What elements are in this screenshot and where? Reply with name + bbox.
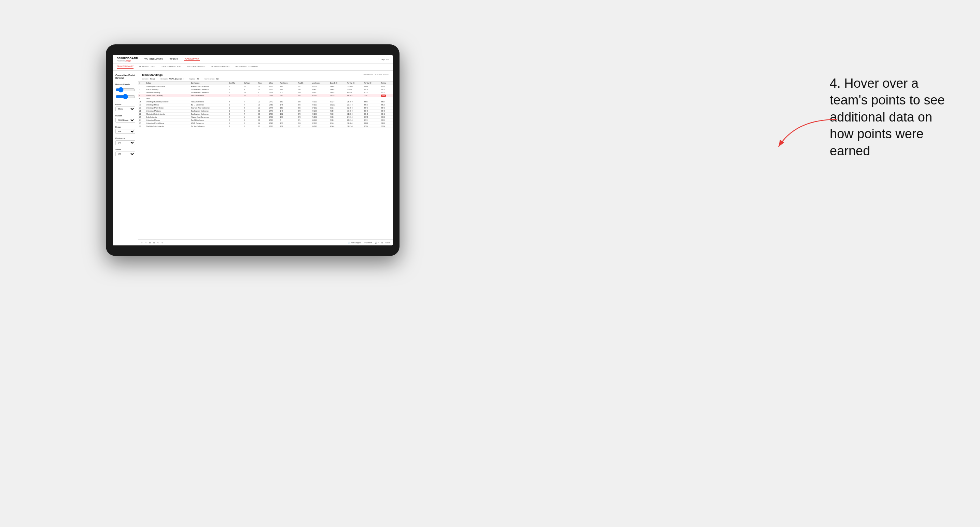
toolbar-watch[interactable]: 👁 Watch ▾ bbox=[364, 242, 372, 244]
filter-conference-value: All bbox=[216, 78, 218, 80]
sidebar-school-label: School bbox=[115, 148, 135, 151]
cell-vs-top-50: 88.07 bbox=[363, 100, 380, 103]
cell-wins: 277.6 bbox=[268, 106, 279, 110]
cell-points[interactable]: 83.89 bbox=[380, 122, 393, 125]
toolbar-undo[interactable]: ↩ bbox=[141, 242, 142, 244]
cell-rnds: 4 bbox=[258, 91, 268, 94]
sub-nav-team-h2h-grid[interactable]: TEAM H2H GRID bbox=[139, 65, 155, 68]
cell-no-tour: 6 bbox=[243, 119, 257, 122]
cell-rank: 23 bbox=[138, 116, 145, 119]
table-row[interactable]: 21 University of Alabama Southeastern Co… bbox=[138, 110, 393, 113]
division-select[interactable]: NCAA Division I bbox=[115, 118, 135, 122]
cell-vs-top-25: 24-31-0 bbox=[346, 116, 363, 119]
filter-region-label: Region: bbox=[189, 78, 195, 80]
nav-teams[interactable]: TEAMS bbox=[169, 58, 178, 61]
cell-overall-25: 7-15-0 bbox=[329, 110, 346, 113]
cell-points[interactable]: 79.5 bbox=[380, 94, 393, 97]
cell-avg-sg: 260 bbox=[297, 88, 311, 91]
cell-points[interactable]: 88.70 bbox=[380, 103, 393, 106]
cell-points[interactable]: 97.02 bbox=[380, 85, 393, 88]
sub-nav-player-h2h-grid[interactable]: PLAYER H2H GRID bbox=[211, 65, 229, 68]
cell-rank: 1 bbox=[138, 85, 145, 88]
toolbar-timer[interactable]: ⏱ bbox=[162, 242, 163, 244]
sub-nav-player-h2h-heatmap[interactable]: PLAYER H2H HEATMAP bbox=[235, 65, 258, 68]
sign-out-link[interactable]: Sign out bbox=[378, 59, 388, 60]
nav-tournaments[interactable]: TOURNAMENTS bbox=[144, 58, 164, 61]
sidebar-title-section: Committee Portal Review bbox=[115, 74, 135, 80]
filter-division-label: Division: bbox=[161, 78, 168, 80]
table-row[interactable]: 19 University of Texas Big 12 Conference… bbox=[138, 103, 393, 106]
cell-conf-no: 2 bbox=[228, 110, 243, 113]
cell-avg-sg bbox=[297, 97, 311, 100]
cell-points[interactable]: 90.32 bbox=[380, 91, 393, 94]
cell-vs-top-25: 50-10-0 bbox=[346, 85, 363, 88]
min-rounds-slider2[interactable] bbox=[115, 94, 135, 99]
logo-area: SCOREBOARD Powered by clippi bbox=[117, 57, 138, 62]
col-conf-no: Conf No bbox=[228, 82, 243, 85]
cell-conf-no: 3 bbox=[228, 103, 243, 106]
cell-points[interactable]: 88.71 bbox=[380, 116, 393, 119]
cell-overall-25: 6-12-0 bbox=[329, 100, 346, 103]
toolbar-table[interactable]: ⊠ bbox=[149, 242, 151, 244]
table-row[interactable]: 24 University of Oregon Pac-12 Conferenc… bbox=[138, 119, 393, 122]
cell-points[interactable]: 88.48 bbox=[380, 110, 393, 113]
cell-wins: 278.0 bbox=[268, 119, 279, 122]
cell-rnds: 20 bbox=[258, 103, 268, 106]
sidebar-gender-section: Gender Men's bbox=[115, 103, 135, 111]
cell-wins: 279.3 bbox=[268, 122, 279, 125]
table-row[interactable]: 26 The Ohio State University Big Ten Con… bbox=[138, 125, 393, 128]
table-row[interactable]: 25 University of North Florida ASUN Conf… bbox=[138, 122, 393, 125]
table-row[interactable]: 4 Arizona State University Pac-12 Confer… bbox=[138, 94, 393, 97]
cell-points[interactable]: 93.31 bbox=[380, 88, 393, 91]
cell-points[interactable]: 83.41 bbox=[380, 113, 393, 116]
cell-points[interactable]: 88.14 bbox=[380, 119, 393, 122]
table-row[interactable]: 2 Auburn University Southeastern Confere… bbox=[138, 88, 393, 91]
cell-vs-top-50: 88.71 bbox=[363, 116, 380, 119]
cell-wins: 272.3 bbox=[268, 88, 279, 91]
cell-low-score bbox=[311, 97, 329, 100]
toolbar-layout[interactable]: ⊞ bbox=[382, 242, 383, 244]
region-select[interactable]: N/A bbox=[115, 129, 135, 134]
cell-low-score: 55-23-1 bbox=[311, 125, 329, 128]
cell-school: Arizona State University bbox=[145, 94, 190, 97]
logo-powered: Powered by clippi bbox=[117, 60, 138, 62]
school-select[interactable]: (All) bbox=[115, 152, 135, 156]
sub-nav-team-h2h-heatmap[interactable]: TEAM H2H HEATMAP bbox=[161, 65, 181, 68]
cell-rnds: 18 bbox=[258, 119, 268, 122]
cell-conf-no: 2 bbox=[228, 91, 243, 94]
toolbar-view[interactable]: 📄 View: Original bbox=[348, 242, 361, 244]
sidebar-division-section: Division NCAA Division I bbox=[115, 115, 135, 122]
toolbar-edit[interactable]: ✎ bbox=[158, 242, 159, 244]
cell-points[interactable]: 88.49 bbox=[380, 106, 393, 110]
cell-rnds: 21 bbox=[258, 116, 268, 119]
table-row[interactable]: 22 Mississippi State University Southeas… bbox=[138, 113, 393, 116]
table-row[interactable]: 18 University of California, Berkeley Pa… bbox=[138, 100, 393, 103]
toolbar-redo[interactable]: ↪ bbox=[145, 242, 146, 244]
table-row[interactable]: 1 University of North Carolina Atlantic … bbox=[138, 85, 393, 88]
cell-rank: 21 bbox=[138, 110, 145, 113]
cell-avg-sg: 266 bbox=[297, 103, 311, 106]
table-row[interactable]: 3 Vanderbilt University Southeastern Con… bbox=[138, 91, 393, 94]
toolbar-grid[interactable]: ⊞ bbox=[153, 242, 155, 244]
cell-vs-top-25: 19-21-0 bbox=[346, 125, 363, 128]
min-rounds-slider[interactable] bbox=[115, 87, 135, 92]
gender-select[interactable]: Men's bbox=[115, 106, 135, 111]
cell-conf-no: 1 bbox=[228, 94, 243, 97]
sub-navbar: TEAM SUMMARY TEAM H2H GRID TEAM H2H HEAT… bbox=[113, 64, 393, 71]
table-row[interactable]: 5 Texas T... bbox=[138, 97, 393, 100]
toolbar-comment[interactable]: 💬 ▾ bbox=[375, 242, 378, 244]
cell-points[interactable]: 80.94 bbox=[380, 125, 393, 128]
cell-avg-sg: 267 bbox=[297, 125, 311, 128]
toolbar-share[interactable]: Share bbox=[385, 242, 390, 244]
cell-rank: 22 bbox=[138, 113, 145, 116]
sub-nav-team-summary[interactable]: TEAM SUMMARY bbox=[117, 65, 134, 68]
cell-points[interactable]: 88.07 bbox=[380, 100, 393, 103]
cell-vs-top-50: 97.02 bbox=[363, 85, 380, 88]
cell-points[interactable] bbox=[380, 97, 393, 100]
nav-committee[interactable]: COMMITTEE bbox=[184, 58, 200, 61]
sub-nav-player-summary[interactable]: PLAYER SUMMARY bbox=[186, 65, 205, 68]
conference-select[interactable]: (All) bbox=[115, 140, 135, 145]
filters-row: Gender: Men's Division: NCAA Division I … bbox=[138, 78, 393, 81]
table-row[interactable]: 20 University of New Mexico Mountain Wes… bbox=[138, 106, 393, 110]
table-row[interactable]: 23 Duke University Atlantic Coast Confer… bbox=[138, 116, 393, 119]
